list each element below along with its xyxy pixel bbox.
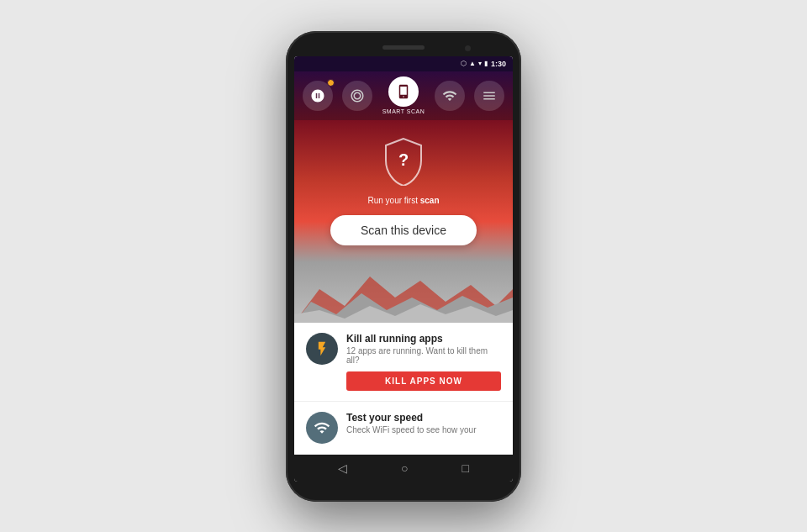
home-nav-icon[interactable]: ○ bbox=[401, 461, 408, 475]
signal-bars-icon: ▲ bbox=[469, 60, 476, 67]
recents-nav-icon[interactable]: □ bbox=[462, 461, 469, 475]
main-scan-area: ? Run your first scan Scan this device bbox=[294, 120, 513, 323]
nav-item-scan[interactable]: SMART SCAN bbox=[382, 76, 425, 114]
test-speed-content: Test your speed Check WiFi speed to see … bbox=[346, 412, 501, 441]
kill-apps-title: Kill all running apps bbox=[346, 333, 501, 345]
cast-icon: ⬡ bbox=[461, 60, 467, 67]
nav-item-clean[interactable] bbox=[342, 81, 372, 111]
nav-item-wifi[interactable] bbox=[435, 81, 465, 111]
phone-top-decoration bbox=[294, 40, 513, 56]
svg-text:?: ? bbox=[398, 150, 409, 169]
top-nav: SMART SCAN bbox=[294, 71, 513, 120]
kill-apps-card: Kill all running apps 12 apps are runnin… bbox=[294, 323, 513, 402]
phone-screen: ⬡ ▲ ▾ ▮ 1:30 bbox=[294, 56, 513, 482]
status-time: 1:30 bbox=[491, 60, 506, 68]
cards-section: Kill all running apps 12 apps are runnin… bbox=[294, 323, 513, 455]
nav-item-menu[interactable] bbox=[474, 81, 504, 111]
kill-apps-subtitle: 12 apps are running. Want to kill them a… bbox=[346, 346, 501, 365]
phone-bottom-decoration bbox=[294, 482, 513, 493]
first-scan-text: Run your first scan bbox=[367, 196, 439, 205]
back-nav-icon[interactable]: ◁ bbox=[338, 461, 347, 475]
bolt-icon-circle bbox=[306, 333, 338, 365]
status-bar: ⬡ ▲ ▾ ▮ 1:30 bbox=[294, 56, 513, 71]
test-speed-card: Test your speed Check WiFi speed to see … bbox=[294, 402, 513, 455]
nav-item-avast[interactable] bbox=[303, 81, 333, 111]
kill-apps-button[interactable]: KILL APPS NOW bbox=[346, 371, 501, 391]
wifi-icon-circle bbox=[306, 412, 338, 444]
nav-label-scan: SMART SCAN bbox=[382, 108, 425, 114]
test-speed-subtitle: Check WiFi speed to see how your bbox=[346, 425, 501, 435]
kill-apps-content: Kill all running apps 12 apps are runnin… bbox=[346, 333, 501, 391]
phone-outer: ⬡ ▲ ▾ ▮ 1:30 bbox=[286, 31, 521, 502]
test-speed-title: Test your speed bbox=[346, 412, 501, 424]
shield-container: ? bbox=[382, 137, 425, 189]
scan-device-button[interactable]: Scan this device bbox=[330, 215, 477, 245]
battery-icon: ▮ bbox=[484, 60, 488, 67]
bottom-nav-bar: ◁ ○ □ bbox=[294, 455, 513, 482]
wifi-status-icon: ▾ bbox=[478, 60, 482, 67]
status-icons: ⬡ ▲ ▾ ▮ bbox=[461, 60, 488, 67]
avast-notification-dot bbox=[327, 79, 335, 87]
mountain-silhouette bbox=[294, 255, 513, 323]
